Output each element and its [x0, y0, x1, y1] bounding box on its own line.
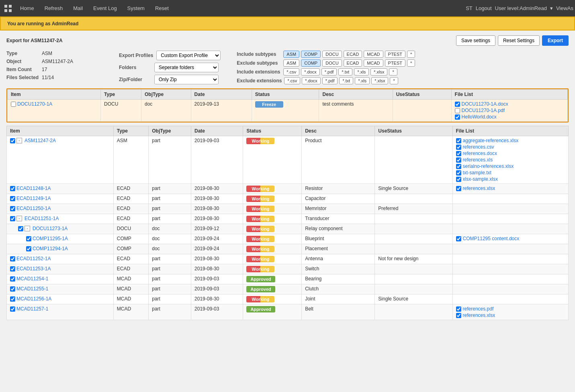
- nav-viewas[interactable]: ViewAs: [556, 5, 573, 11]
- zip-folder-select[interactable]: Only Zip: [154, 75, 219, 84]
- row-item-link[interactable]: ECAD11248-1A: [16, 186, 51, 191]
- file-link[interactable]: aggregate-references.xlsx: [463, 138, 519, 143]
- row-item-link[interactable]: ECAD11251-1A: [25, 216, 59, 221]
- tag-docu-include[interactable]: DOCU: [322, 51, 342, 58]
- file-link[interactable]: xlsx-sample.xlsx: [463, 176, 498, 182]
- tag-xls-inc-ext[interactable]: *.xls: [354, 68, 369, 76]
- file-link[interactable]: COMP11295 content.docx: [463, 236, 520, 241]
- tag-docu-exclude[interactable]: DOCU: [322, 59, 342, 67]
- row-checkbox[interactable]: [26, 236, 31, 241]
- row-item-link[interactable]: ECAD11249-1A: [16, 196, 51, 201]
- row-item-link[interactable]: ECAD11252-1A: [16, 256, 51, 261]
- folders-select[interactable]: Seperate folders: [154, 63, 219, 72]
- row-checkbox[interactable]: [10, 306, 15, 312]
- row-item-link[interactable]: COMP11295-1A: [33, 236, 68, 241]
- row-checkbox[interactable]: [10, 256, 15, 261]
- file-link[interactable]: references.pdf: [463, 306, 494, 312]
- file-link[interactable]: references.csv: [463, 144, 494, 150]
- tag-mcad-include[interactable]: MCAD: [364, 51, 383, 58]
- nav-system[interactable]: System: [123, 3, 149, 14]
- collapse-icon[interactable]: -: [16, 138, 22, 143]
- row-checkbox[interactable]: [18, 226, 23, 231]
- tag-pdf-inc-ext[interactable]: *.pdf: [321, 68, 337, 76]
- row-checkbox[interactable]: [10, 138, 15, 143]
- collapse-icon[interactable]: -: [25, 226, 30, 231]
- tag-asm-exclude[interactable]: ASM: [283, 59, 299, 67]
- file-checkbox[interactable]: [456, 138, 461, 143]
- file-link[interactable]: txt-sample.txt: [463, 170, 491, 176]
- collapse-icon[interactable]: -: [16, 216, 22, 221]
- tag-xlsx-exc-ext[interactable]: *.xlsx: [371, 77, 388, 84]
- file-checkbox[interactable]: [456, 151, 461, 156]
- selected-item-link[interactable]: DOCU11270-1A: [17, 101, 52, 107]
- file-checkbox[interactable]: [456, 186, 461, 191]
- file-checkbox-3[interactable]: [455, 114, 460, 120]
- file-checkbox[interactable]: [456, 157, 461, 163]
- row-item-link[interactable]: MCAD11255-1: [16, 286, 48, 292]
- tag-star-exc-ext[interactable]: *: [390, 77, 398, 84]
- tag-star-include[interactable]: *: [407, 51, 415, 58]
- row-checkbox[interactable]: [10, 196, 15, 201]
- row-checkbox[interactable]: [10, 296, 15, 302]
- export-profiles-select[interactable]: Custom Export Profile: [156, 51, 221, 60]
- nav-mail[interactable]: Mail: [68, 3, 88, 14]
- tag-ptest-include[interactable]: PTEST: [385, 51, 405, 58]
- tag-ptest-exclude[interactable]: PTEST: [385, 59, 405, 67]
- tag-csv-exc-ext[interactable]: *.csv: [284, 77, 300, 84]
- tag-star-exclude[interactable]: *: [407, 59, 415, 67]
- tag-ecad-exclude[interactable]: ECAD: [344, 59, 362, 67]
- tag-ecad-include[interactable]: ECAD: [344, 51, 362, 58]
- file-checkbox[interactable]: [456, 313, 461, 318]
- row-item-link[interactable]: MCAD11256-1A: [16, 296, 51, 302]
- file-link[interactable]: references.xlsx: [463, 312, 495, 318]
- grid-icon[interactable]: [2, 2, 14, 15]
- export-button[interactable]: Export: [542, 35, 569, 46]
- row-checkbox[interactable]: [10, 266, 15, 272]
- nav-refresh[interactable]: Refresh: [40, 3, 68, 14]
- row-checkbox[interactable]: [10, 186, 15, 191]
- tag-comp-include[interactable]: COMP: [301, 51, 321, 58]
- nav-reset[interactable]: Reset: [150, 3, 174, 14]
- row-item-link[interactable]: MCAD11257-1: [16, 306, 48, 312]
- row-item-link[interactable]: ECAD11250-1A: [16, 206, 51, 211]
- file-link[interactable]: references.xlsx: [463, 186, 495, 191]
- file-link[interactable]: references.docx: [463, 151, 497, 156]
- file-link[interactable]: serialno-references.xlsx: [463, 163, 514, 169]
- tag-mcad-exclude[interactable]: MCAD: [364, 59, 383, 67]
- row-item-link[interactable]: ASM11247-2A: [25, 138, 56, 143]
- row-item-link[interactable]: ECAD11253-1A: [16, 266, 51, 272]
- row-item-link[interactable]: DOCU11273-1A: [33, 226, 68, 231]
- tag-star-inc-ext[interactable]: *: [389, 68, 397, 76]
- file-checkbox[interactable]: [456, 306, 461, 312]
- nav-user-level[interactable]: User level:AdminRead: [495, 5, 547, 11]
- tag-pdf-exc-ext[interactable]: *.pdf: [322, 77, 338, 84]
- tag-txt-exc-ext[interactable]: *.txt: [339, 77, 353, 84]
- file-checkbox[interactable]: [456, 236, 461, 241]
- row-checkbox[interactable]: [10, 276, 15, 282]
- tag-docx-inc-ext[interactable]: *.docx: [301, 68, 320, 76]
- row-item-link[interactable]: COMP11294-1A: [33, 246, 68, 251]
- selected-item-checkbox[interactable]: [11, 102, 16, 107]
- tag-xls-exc-ext[interactable]: *.xls: [355, 77, 370, 84]
- file-link-3[interactable]: HelloWorld.docx: [462, 114, 497, 120]
- nav-home[interactable]: Home: [15, 3, 39, 14]
- tag-asm-include[interactable]: ASM: [283, 51, 299, 58]
- tag-csv-inc-ext[interactable]: *.csv: [283, 68, 299, 76]
- nav-event-log[interactable]: Event Log: [88, 3, 122, 14]
- file-link[interactable]: references.xls: [463, 157, 493, 163]
- tag-docx-exc-ext[interactable]: *.docx: [302, 77, 321, 84]
- file-checkbox-1[interactable]: [455, 102, 460, 107]
- row-checkbox[interactable]: [10, 206, 15, 211]
- row-checkbox[interactable]: [10, 286, 15, 292]
- file-link-1[interactable]: DOCU11270-1A.docx: [462, 101, 508, 107]
- tag-txt-inc-ext[interactable]: *.txt: [338, 68, 352, 76]
- row-item-link[interactable]: MCAD11254-1: [16, 276, 48, 282]
- file-checkbox[interactable]: [456, 170, 461, 176]
- save-settings-button[interactable]: Save settings: [456, 35, 495, 46]
- row-checkbox[interactable]: [10, 216, 15, 221]
- file-link-2[interactable]: DOCU11270-1A.pdf: [462, 108, 505, 113]
- reset-settings-button[interactable]: Reset Settings: [498, 35, 540, 46]
- file-checkbox-2[interactable]: [455, 108, 460, 113]
- tag-xlsx-inc-ext[interactable]: *.xlsx: [370, 68, 387, 76]
- row-checkbox[interactable]: [26, 246, 31, 251]
